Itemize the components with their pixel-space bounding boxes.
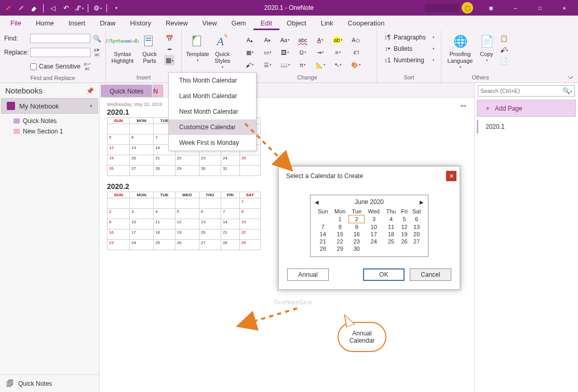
- eraser-icon[interactable]: [28, 2, 41, 14]
- page-item-2020-1[interactable]: 2020.1: [477, 120, 576, 133]
- notebook-selector[interactable]: My Notebook ▾: [1, 98, 98, 114]
- dialog-calendar[interactable]: SunMonTueWedThuFriSat1234567891011121314…: [315, 208, 424, 252]
- menu-link[interactable]: Link: [314, 16, 341, 30]
- quick-parts-button[interactable]: Quick Parts: [137, 32, 162, 64]
- font-decrease-icon[interactable]: A▾: [260, 34, 275, 46]
- gear-refresh-icon[interactable]: ⚙▾: [91, 2, 104, 14]
- tag-icon[interactable]: 🏷: [348, 47, 364, 58]
- dialog-close-button[interactable]: ✕: [446, 171, 456, 181]
- doc-icon[interactable]: 📄: [499, 56, 509, 66]
- back-icon[interactable]: ◁: [47, 2, 59, 14]
- annual-button[interactable]: Annual: [287, 268, 329, 281]
- undo-icon[interactable]: ↶: [60, 2, 72, 14]
- horizontal-line-icon[interactable]: ━: [164, 44, 174, 55]
- list-icon[interactable]: ☰▾: [260, 59, 275, 71]
- brush-icon[interactable]: 🖌▾: [242, 59, 258, 71]
- menu-review[interactable]: Review: [158, 16, 195, 30]
- highlight-icon[interactable]: ab▾: [330, 34, 346, 46]
- calendar-dropdown-button[interactable]: ▦▾: [164, 55, 174, 65]
- symbol-icon[interactable]: Ω▾: [295, 47, 311, 58]
- minimize-button[interactable]: —: [504, 0, 527, 16]
- copy-button[interactable]: 📄 Copy ▾: [477, 32, 496, 62]
- ok-button[interactable]: OK: [363, 268, 405, 281]
- template-button[interactable]: Template ▾: [186, 32, 209, 62]
- dd-this-month[interactable]: This Month Calendar: [169, 73, 256, 88]
- pin-icon[interactable]: 📌: [86, 87, 94, 94]
- next-month-button[interactable]: ▶: [420, 199, 424, 205]
- section-color-icon: [14, 129, 20, 134]
- case-sensitive-checkbox[interactable]: [30, 63, 37, 70]
- close-button[interactable]: ✕: [553, 0, 576, 16]
- sort-bullets[interactable]: ↕•Bullets▾: [381, 44, 437, 54]
- quick-styles-icon: A✎: [214, 33, 231, 50]
- replace-input[interactable]: [30, 48, 90, 57]
- menu-insert[interactable]: Insert: [61, 16, 93, 30]
- svg-rect-1: [145, 37, 151, 38]
- menu-gem[interactable]: Gem: [224, 16, 253, 30]
- font-color-icon[interactable]: A▾: [313, 34, 328, 46]
- select-icon[interactable]: ↖▾: [330, 59, 346, 71]
- menu-object[interactable]: Object: [279, 16, 314, 30]
- menu-edit[interactable]: Edit: [253, 16, 279, 30]
- notebooks-header: Notebooks: [5, 86, 43, 95]
- find-input[interactable]: [30, 34, 90, 43]
- quick-styles-button[interactable]: A✎ Quick Styles ▾: [211, 32, 234, 70]
- brush2-icon[interactable]: 🖌▾: [499, 45, 509, 55]
- pen-red-icon[interactable]: [2, 2, 15, 14]
- indent-icon[interactable]: ⇥▾: [313, 47, 328, 58]
- ruler-icon[interactable]: 📐▾: [313, 59, 328, 71]
- menu-view[interactable]: View: [195, 16, 224, 30]
- replace-one-icon[interactable]: a➤ac: [92, 48, 102, 57]
- sort-paragraphs[interactable]: ↕¶Paragraphs▾: [381, 32, 437, 43]
- menu-cooperation[interactable]: Cooperation: [341, 16, 392, 30]
- search-box[interactable]: 🔍▾: [478, 85, 575, 97]
- menu-bar: File Home Insert Draw History Review Vie…: [0, 16, 578, 30]
- search-input[interactable]: [480, 88, 562, 94]
- replace-all-icon[interactable]: a⤻ac: [83, 62, 92, 71]
- pi-icon[interactable]: π▾: [295, 59, 311, 71]
- maximize-button[interactable]: ☐: [528, 0, 552, 16]
- clipboard-icon[interactable]: 📋: [499, 33, 509, 44]
- table-icon[interactable]: ▦▾: [242, 47, 258, 58]
- menu-history[interactable]: History: [123, 16, 158, 30]
- dd-next-month[interactable]: Next Month Calendar: [169, 104, 256, 119]
- cancel-button[interactable]: Cancel: [410, 268, 451, 281]
- footer-quick-notes[interactable]: Quick Notes: [18, 380, 52, 387]
- pen-pink-icon[interactable]: [15, 2, 28, 14]
- tab-new-section[interactable]: N: [153, 85, 163, 97]
- ribbon-collapse-icon[interactable]: ᨆ: [568, 73, 574, 80]
- qat-customize-icon[interactable]: ▾: [110, 2, 123, 14]
- menu-file[interactable]: File: [3, 16, 29, 30]
- user-name-strip[interactable]: [425, 4, 459, 12]
- user-avatar[interactable]: ◯: [462, 2, 473, 13]
- replace-label: Replace:: [4, 49, 28, 56]
- add-page-button[interactable]: ＋ Add Page: [477, 100, 576, 117]
- group-sort: ↕¶Paragraphs▾ ↕•Bullets▾ ↕1Numbering▾ So…: [377, 30, 441, 83]
- quick-notes-icon[interactable]: 🗐: [6, 379, 14, 388]
- menu-draw[interactable]: Draw: [92, 16, 123, 30]
- watermark: OneNoteGem: [274, 299, 312, 305]
- syntax-highlight-button[interactable]: //Syntaxint i=0; Syntax Highlight: [110, 32, 135, 64]
- paint-icon[interactable]: 🎨▾: [348, 59, 364, 71]
- reading-icon[interactable]: 📖▾: [277, 59, 293, 71]
- search-icon[interactable]: 🔍: [92, 35, 102, 43]
- font-increase-icon[interactable]: A▴: [242, 34, 258, 46]
- ribbon-display-button[interactable]: ▣: [479, 0, 503, 16]
- section-quick-notes[interactable]: Quick Notes: [0, 116, 99, 126]
- prev-month-button[interactable]: ◀: [315, 199, 319, 205]
- attach-icon[interactable]: 🖇▾: [73, 2, 85, 14]
- image-icon[interactable]: 🖼▾: [277, 47, 293, 58]
- proofing-language-button[interactable]: 🌐 Proofing Language ▾: [446, 32, 475, 70]
- menu-home[interactable]: Home: [29, 16, 61, 30]
- spellcheck-icon[interactable]: abc: [295, 34, 311, 46]
- calendar-small-icon[interactable]: 📅: [164, 33, 174, 44]
- sort-numbering[interactable]: ↕1Numbering▾: [381, 55, 437, 65]
- clear-format-icon[interactable]: A◇: [348, 34, 364, 46]
- dd-last-month[interactable]: Last Month Calendar: [169, 88, 256, 104]
- change-case-icon[interactable]: Aa▾: [277, 34, 293, 46]
- tab-quick-notes[interactable]: Quick Notes: [101, 85, 152, 97]
- section-new-section-1[interactable]: New Section 1: [0, 126, 99, 137]
- align-icon[interactable]: ≡▾: [330, 47, 346, 58]
- shape-icon[interactable]: ▭▾: [260, 47, 275, 58]
- section-color-icon: [14, 118, 20, 124]
